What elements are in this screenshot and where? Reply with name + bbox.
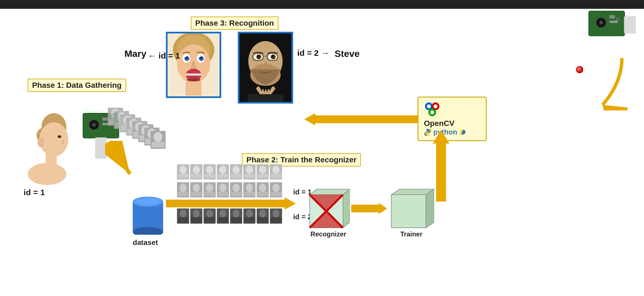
person-id-label: id = 1 [24, 188, 45, 197]
svg-point-63 [219, 184, 226, 192]
svg-rect-162 [186, 82, 202, 96]
svg-rect-67 [231, 192, 241, 196]
svg-rect-103 [271, 217, 281, 223]
svg-point-122 [426, 130, 427, 131]
svg-rect-97 [244, 217, 255, 223]
svg-rect-135 [609, 21, 618, 23]
svg-rect-91 [218, 217, 228, 223]
svg-marker-79 [285, 197, 296, 210]
svg-point-173 [257, 55, 259, 57]
svg-rect-64 [218, 192, 228, 196]
svg-point-174 [272, 55, 274, 57]
steve-label: Steve [335, 48, 360, 59]
svg-point-121 [430, 110, 434, 114]
svg-point-2 [40, 122, 68, 157]
svg-point-180 [193, 166, 200, 174]
svg-rect-133 [609, 15, 615, 18]
svg-point-5 [58, 135, 61, 138]
phase3-label: Phase 3: Recognition [191, 17, 278, 30]
face-row-id2 [177, 208, 288, 229]
svg-point-54 [179, 184, 187, 192]
svg-point-90 [220, 210, 226, 217]
svg-rect-76 [271, 192, 281, 196]
svg-point-6 [38, 137, 44, 147]
svg-point-52 [137, 198, 159, 205]
svg-rect-70 [244, 192, 255, 196]
svg-rect-129 [589, 11, 625, 36]
svg-point-189 [233, 166, 240, 174]
svg-rect-137 [624, 17, 636, 33]
svg-rect-175 [248, 94, 283, 102]
svg-rect-88 [204, 217, 215, 223]
svg-rect-181 [191, 174, 202, 178]
svg-point-119 [427, 104, 431, 108]
svg-marker-128 [433, 130, 449, 144]
svg-rect-100 [257, 217, 268, 223]
svg-rect-190 [231, 174, 241, 178]
svg-marker-126 [304, 113, 315, 125]
svg-text:Raspberry Pi: Raspberry Pi [590, 9, 606, 11]
svg-rect-196 [257, 174, 268, 178]
svg-rect-184 [204, 174, 215, 178]
svg-rect-193 [244, 174, 255, 178]
svg-point-158 [200, 56, 201, 57]
svg-point-47 [153, 132, 162, 142]
trainer-box: Trainer [389, 188, 434, 238]
phase1-label: Phase 1: Data Gathering [28, 79, 126, 92]
svg-rect-82 [178, 217, 188, 223]
person-profile [11, 99, 72, 189]
steve-face-phase3 [238, 32, 293, 104]
svg-point-102 [273, 210, 279, 217]
svg-rect-178 [178, 174, 188, 178]
opencv-to-recognition-arrow [304, 113, 418, 127]
svg-point-192 [246, 166, 253, 174]
svg-point-93 [233, 210, 239, 217]
svg-rect-85 [191, 217, 202, 223]
mary-label: Mary [124, 48, 146, 59]
svg-point-66 [233, 184, 240, 192]
mary-id-label: ← id = 1 [148, 51, 180, 60]
face-thumbnails-cascade [108, 108, 174, 158]
svg-rect-73 [257, 192, 268, 196]
svg-point-161 [187, 78, 200, 81]
svg-point-84 [193, 210, 200, 217]
svg-rect-187 [218, 174, 228, 178]
svg-rect-58 [191, 192, 202, 196]
svg-rect-94 [231, 217, 241, 223]
phase2-face-thumbnails-woman [177, 164, 296, 182]
svg-point-75 [272, 184, 280, 192]
led-indicator [575, 65, 585, 76]
svg-rect-48 [152, 142, 165, 147]
svg-rect-113 [391, 195, 426, 228]
svg-point-87 [206, 210, 213, 217]
svg-rect-199 [271, 174, 281, 178]
svg-point-132 [600, 21, 603, 24]
trainer-to-opencv-arrow [433, 130, 449, 203]
svg-point-81 [180, 210, 186, 217]
svg-point-177 [179, 166, 187, 174]
recognizer-to-trainer-arrow [351, 203, 387, 215]
svg-point-123 [429, 133, 430, 134]
svg-rect-55 [178, 192, 188, 196]
svg-marker-106 [343, 189, 350, 228]
recognizer-box: Recognizer [307, 188, 350, 238]
svg-point-57 [193, 184, 200, 192]
svg-rect-111 [351, 205, 379, 212]
svg-point-198 [272, 166, 280, 174]
svg-point-147 [576, 66, 583, 73]
woman-face-phase3 [166, 32, 221, 98]
dataset-label: dataset [133, 238, 158, 247]
svg-point-183 [206, 166, 213, 174]
svg-point-10 [93, 123, 95, 126]
svg-point-4 [28, 163, 66, 185]
svg-point-157 [185, 56, 186, 57]
svg-point-96 [246, 210, 253, 217]
svg-rect-134 [616, 18, 620, 21]
svg-point-195 [259, 166, 266, 174]
svg-marker-112 [379, 203, 387, 214]
svg-text:Raspberry Pi: Raspberry Pi [86, 110, 102, 113]
svg-rect-160 [186, 73, 201, 76]
svg-point-186 [219, 166, 226, 174]
steve-id-label: id = 2 → [297, 48, 329, 58]
svg-point-69 [246, 184, 253, 192]
